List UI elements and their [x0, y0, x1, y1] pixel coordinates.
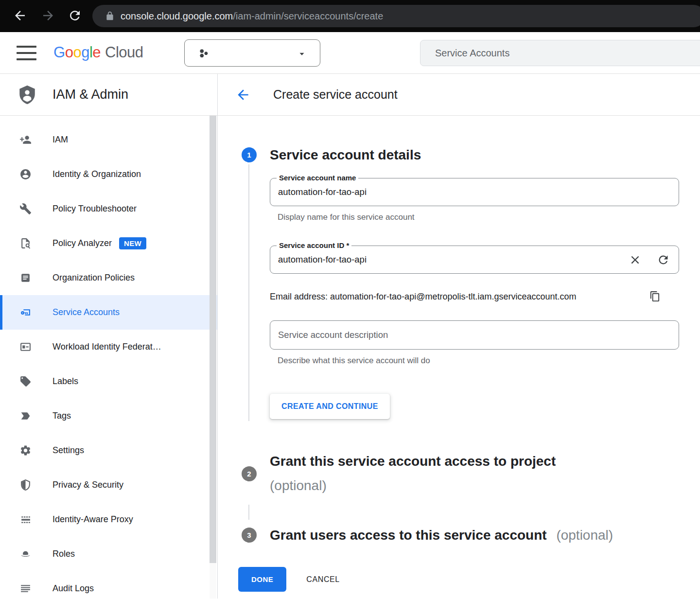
browser-forward-icon[interactable] [41, 8, 55, 23]
service-account-name-field: Service account name [270, 178, 679, 206]
create-form: 1 Service account details Service accoun… [218, 116, 700, 592]
project-hexagons-icon [196, 46, 211, 61]
url-path: /iam-admin/serviceaccounts/create [233, 11, 383, 21]
project-selector[interactable] [184, 39, 320, 67]
document-search-icon [19, 237, 32, 249]
service-account-description-field [270, 320, 679, 350]
search-box [420, 40, 700, 66]
main-header: Create service account [218, 74, 700, 116]
person-circle-icon [19, 168, 32, 180]
tag-icon [19, 375, 32, 388]
step2-header: 2 Grant this service account access to p… [242, 449, 700, 498]
service-account-id-input[interactable] [270, 246, 679, 273]
document-icon [19, 272, 32, 284]
step1-body: Service account name Display name for th… [248, 164, 679, 421]
form-actions: DONE CANCEL [238, 567, 700, 592]
wrench-icon [19, 203, 32, 215]
clear-icon[interactable] [629, 253, 642, 266]
step2-title-text: Grant this service account access to pro… [270, 454, 556, 469]
card-icon [19, 341, 32, 353]
sidebar-scrollbar-track[interactable] [210, 116, 216, 599]
step2-circle: 2 [242, 466, 257, 481]
sidebar-item-labels[interactable]: Labels [0, 364, 217, 399]
step1-header: 1 Service account details [242, 146, 700, 164]
url-text: console.cloud.google.com/iam-admin/servi… [121, 11, 383, 22]
step3-title: Grant users access to this service accou… [270, 526, 613, 545]
service-account-description-input[interactable] [270, 321, 679, 349]
regenerate-icon[interactable] [657, 253, 670, 266]
service-account-name-label: Service account name [277, 174, 358, 182]
iam-admin-shield-icon [17, 83, 37, 106]
cancel-button[interactable]: CANCEL [306, 575, 340, 584]
page-title: Create service account [273, 88, 398, 102]
sidebar-item-organization-policies[interactable]: Organization Policies [0, 261, 217, 295]
main-content: Create service account 1 Service account… [218, 74, 700, 599]
step1-title: Service account details [270, 146, 421, 164]
sidebar-item-workload-identity-federation[interactable]: Workload Identity Federat… [0, 330, 217, 364]
step3-header: 3 Grant users access to this service acc… [242, 526, 700, 545]
service-account-name-input[interactable] [270, 178, 679, 206]
search-input[interactable] [420, 40, 700, 66]
hamburger-menu-icon[interactable] [17, 46, 36, 60]
chevron-down-icon [297, 49, 307, 59]
sidebar-header: IAM & Admin [0, 74, 217, 116]
step-connector-line [248, 505, 249, 520]
back-arrow-icon[interactable] [235, 87, 251, 103]
sidebar-item-policy-troubleshooter[interactable]: Policy Troubleshooter [0, 192, 217, 226]
sidebar-item-roles[interactable]: Roles [0, 537, 217, 571]
browser-chrome: console.cloud.google.com/iam-admin/servi… [0, 0, 700, 32]
service-account-id-label: Service account ID * [277, 241, 351, 249]
screen: console.cloud.google.com/iam-admin/servi… [0, 0, 700, 599]
url-domain: console.cloud.google.com [121, 11, 233, 21]
sidebar-item-privacy-security[interactable]: Privacy & Security [0, 468, 217, 502]
sidebar-title: IAM & Admin [52, 87, 128, 102]
description-helper-text: Describe what this service account will … [270, 356, 679, 366]
lock-icon[interactable] [105, 11, 115, 21]
sidebar-item-identity-organization[interactable]: Identity & Organization [0, 157, 217, 192]
person-add-icon [19, 134, 32, 146]
sidebar-item-iam[interactable]: IAM [0, 123, 217, 157]
browser-back-icon[interactable] [13, 8, 27, 23]
email-address-text: Email address: automation-for-tao-api@me… [270, 292, 577, 301]
sidebar-item-audit-logs[interactable]: Audit Logs [0, 571, 217, 599]
create-and-continue-button[interactable]: CREATE AND CONTINUE [270, 394, 390, 419]
browser-reload-icon[interactable] [68, 8, 82, 23]
copy-icon[interactable] [649, 291, 661, 302]
sidebar-item-settings[interactable]: Settings [0, 433, 217, 468]
name-helper-text: Display name for this service account [270, 212, 679, 222]
sidebar-item-identity-aware-proxy[interactable]: Identity-Aware Proxy [0, 502, 217, 537]
email-row: Email address: automation-for-tao-api@me… [270, 292, 679, 302]
sidebar-item-policy-analyzer[interactable]: Policy Analyzer NEW [0, 226, 217, 261]
proxy-icon [19, 513, 32, 526]
address-bar[interactable]: console.cloud.google.com/iam-admin/servi… [92, 5, 700, 27]
step3-circle: 3 [242, 528, 257, 543]
step1-circle: 1 [242, 147, 257, 162]
gear-icon [19, 444, 32, 457]
sidebar: IAM & Admin IAM Identity & Organization [0, 74, 218, 599]
service-account-key-icon [19, 306, 32, 318]
google-cloud-logo[interactable]: GoogleCloud [53, 44, 143, 61]
sidebar-item-service-accounts[interactable]: Service Accounts [0, 295, 217, 330]
step2-title: Grant this service account access to pro… [270, 449, 556, 498]
step3-title-text: Grant users access to this service accou… [270, 528, 547, 543]
done-button[interactable]: DONE [238, 567, 286, 592]
step3-optional-text: (optional) [556, 528, 613, 543]
logo-cloud-text: Cloud [105, 44, 143, 61]
hat-icon [19, 548, 32, 560]
shield-half-icon [19, 479, 32, 491]
sidebar-item-tags[interactable]: Tags [0, 399, 217, 433]
gcp-header: GoogleCloud [0, 32, 700, 74]
sidebar-nav: IAM Identity & Organization Policy Troub… [0, 116, 217, 599]
sidebar-scrollbar-thumb[interactable] [210, 116, 216, 563]
list-lines-icon [19, 582, 32, 595]
step2-optional-text: (optional) [270, 478, 327, 493]
new-badge: NEW [119, 237, 146, 249]
service-account-id-field: Service account ID * [270, 246, 679, 274]
label-arrow-icon [19, 410, 32, 422]
